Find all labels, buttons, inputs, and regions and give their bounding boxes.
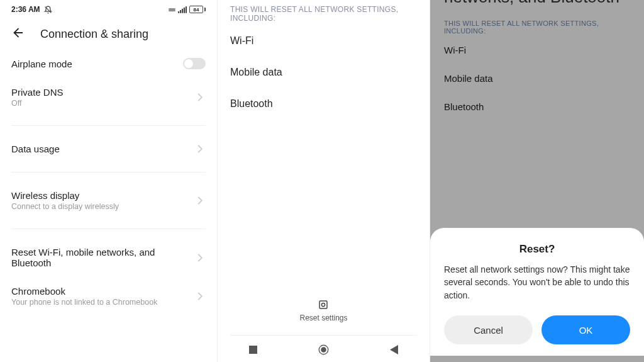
status-bar: 2:36 AM 84 [0,0,217,19]
nav-recents-button[interactable] [237,346,269,354]
toggle-airplane[interactable] [183,58,206,69]
row-reset-network[interactable]: Reset Wi-Fi, mobile networks, and Blueto… [11,238,206,277]
row-private-dns[interactable]: Private DNS Off [11,78,206,116]
row-label: Data usage [11,144,60,154]
row-data-usage[interactable]: Data usage [11,135,206,163]
page-title: Connection & sharing [40,28,148,41]
chevron-right-icon [194,254,206,262]
row-wireless-display[interactable]: Wireless display Connect to a display wi… [11,181,206,220]
row-subtitle: Connect to a display wirelessly [11,202,119,211]
svg-rect-3 [180,10,181,13]
row-chromebook[interactable]: Chromebook Your phone is not linked to a… [11,277,206,315]
chevron-right-icon [194,196,206,205]
cancel-button[interactable]: Cancel [444,315,533,344]
net-item-bluetooth: Bluetooth [218,88,430,120]
volte-icon [169,8,175,12]
svg-rect-10 [249,346,257,354]
svg-rect-1 [169,8,175,11]
chevron-right-icon [194,93,206,101]
svg-point-12 [321,347,326,353]
nav-back-button[interactable] [379,345,410,354]
svg-rect-5 [184,8,185,13]
nav-bar [218,337,430,362]
row-label: Reset Wi-Fi, mobile networks, and Blueto… [11,247,169,268]
divider [11,125,206,126]
row-label: Private DNS [11,87,64,98]
signal-icon [178,6,187,13]
app-bar: Connection & sharing [0,19,217,49]
chevron-right-icon [194,292,206,300]
reset-settings-button[interactable]: Reset settings [218,299,430,322]
row-label: Chromebook [11,286,157,297]
svg-point-9 [322,303,325,306]
net-item-mobile-data: Mobile data [218,57,430,88]
dialog-body: Reset all network settings now? This mig… [444,263,630,302]
reset-icon [318,299,329,310]
divider [11,172,206,173]
svg-rect-4 [182,8,183,13]
net-item-wifi: Wi-Fi [218,25,430,57]
notification-muted-icon [44,6,52,14]
svg-marker-13 [390,345,398,354]
row-airplane-mode[interactable]: Airplane mode [11,49,206,78]
battery-percent: 84 [194,7,199,13]
divider [230,335,417,336]
row-label: Wireless display [11,190,119,201]
reset-settings-label: Reset settings [299,314,347,322]
chevron-right-icon [194,145,206,153]
ok-button[interactable]: OK [541,315,630,344]
svg-rect-8 [319,301,327,308]
row-subtitle: Your phone is not linked to a Chromebook [11,298,157,307]
row-subtitle: Off [11,99,64,108]
section-caption: This will reset all network settings, in… [218,0,430,25]
battery-icon: 84 [189,6,206,13]
row-label: Airplane mode [11,59,72,69]
divider [11,229,206,229]
dialog-title: Reset? [444,243,630,256]
screenshot-connection-sharing: 2:36 AM 84 Connection & sharing Airplane… [0,0,218,362]
back-icon[interactable] [11,26,25,42]
screenshot-reset-network-list: This will reset all network settings, in… [218,0,430,362]
nav-home-button[interactable] [308,344,339,355]
svg-rect-2 [178,11,179,13]
svg-rect-6 [186,6,187,13]
screenshot-reset-confirm-dialog: networks, and Bluetooth This will reset … [430,0,644,362]
confirm-dialog: Reset? Reset all network settings now? T… [430,228,644,356]
status-time: 2:36 AM [11,5,40,14]
